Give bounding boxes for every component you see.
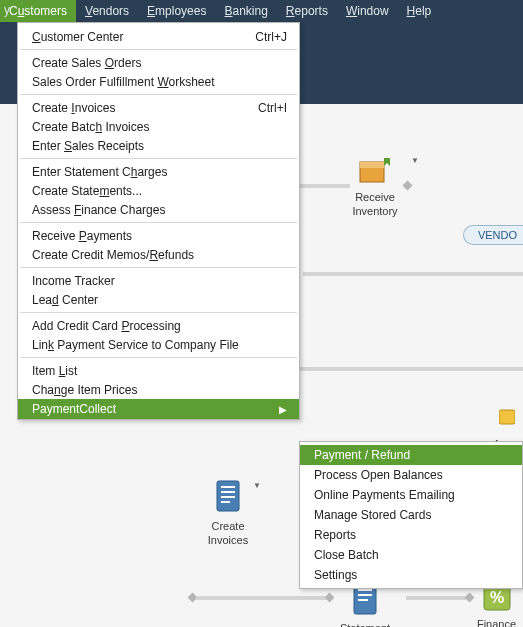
menu-item[interactable]: Create Credit Memos/Refunds <box>18 245 299 264</box>
menu-item[interactable]: PaymentCollect▶ <box>18 399 299 419</box>
menubar: y Customers Vendors Employees Banking Re… <box>0 0 523 22</box>
menu-separator <box>20 158 297 159</box>
menubar-leading-char: y <box>4 3 10 17</box>
submenu-item[interactable]: Online Payments Emailing <box>300 485 522 505</box>
menu-separator <box>20 312 297 313</box>
statement-label: Statement <box>330 622 400 627</box>
menu-separator <box>20 267 297 268</box>
paymentcollect-submenu: Payment / RefundProcess Open BalancesOnl… <box>299 441 523 589</box>
receive-inventory-button[interactable]: Receive Inventory ▼ <box>335 154 415 219</box>
svg-rect-2 <box>499 410 515 424</box>
menu-item[interactable]: Customer CenterCtrl+J <box>18 27 299 46</box>
shortcut-label: Ctrl+I <box>258 101 287 115</box>
menu-item[interactable]: Change Item Prices <box>18 380 299 399</box>
svg-rect-9 <box>358 589 372 591</box>
submenu-item[interactable]: Process Open Balances <box>300 465 522 485</box>
create-invoices-label: Create Invoices <box>193 519 263 548</box>
menu-item[interactable]: Assess Finance Charges <box>18 200 299 219</box>
menu-separator <box>20 49 297 50</box>
invoice-icon <box>213 479 243 513</box>
menu-item[interactable]: Item List <box>18 361 299 380</box>
svg-text:%: % <box>489 589 503 606</box>
submenu-item[interactable]: Manage Stored Cards <box>300 505 522 525</box>
svg-rect-6 <box>221 496 235 498</box>
menu-banking[interactable]: Banking <box>215 0 276 22</box>
menu-separator <box>20 357 297 358</box>
menu-separator <box>20 222 297 223</box>
menu-item[interactable]: Receive Payments <box>18 226 299 245</box>
flow-line <box>196 596 326 600</box>
svg-rect-7 <box>221 501 230 503</box>
shortcut-label: Ctrl+J <box>255 30 287 44</box>
svg-rect-4 <box>221 486 235 488</box>
menu-help[interactable]: Help <box>398 0 441 22</box>
flow-line <box>300 367 523 371</box>
svg-rect-11 <box>358 599 368 601</box>
menu-item[interactable]: Create Statements... <box>18 181 299 200</box>
menu-item[interactable]: Lead Center <box>18 290 299 309</box>
menu-vendors[interactable]: Vendors <box>76 0 138 22</box>
finance-label: Finance <box>470 618 523 627</box>
menu-item[interactable]: Create Batch Invoices <box>18 117 299 136</box>
customers-dropdown: Customer CenterCtrl+JCreate Sales Orders… <box>17 22 300 420</box>
menu-item[interactable]: Sales Order Fulfillment Worksheet <box>18 72 299 91</box>
create-invoices-button[interactable]: Create Invoices ▼ <box>193 479 263 548</box>
receive-inventory-label: Receive Inventory <box>335 190 415 219</box>
card-icon <box>499 404 515 432</box>
menu-item[interactable]: Link Payment Service to Company File <box>18 335 299 354</box>
menu-item[interactable]: Enter Sales Receipts <box>18 136 299 155</box>
vendors-pill[interactable]: VENDO <box>463 225 523 245</box>
menu-window[interactable]: Window <box>337 0 398 22</box>
menu-employees[interactable]: Employees <box>138 0 215 22</box>
menu-item[interactable]: Create Sales Orders <box>18 53 299 72</box>
menu-separator <box>20 94 297 95</box>
svg-rect-1 <box>360 162 384 168</box>
svg-rect-5 <box>221 491 235 493</box>
submenu-item[interactable]: Payment / Refund <box>300 445 522 465</box>
menu-customers[interactable]: Customers <box>0 0 76 22</box>
submenu-item[interactable]: Reports <box>300 525 522 545</box>
submenu-item[interactable]: Close Batch <box>300 545 522 565</box>
menu-reports[interactable]: Reports <box>277 0 337 22</box>
menu-item[interactable]: Income Tracker <box>18 271 299 290</box>
flow-line <box>303 272 523 276</box>
menu-item[interactable]: Create InvoicesCtrl+I <box>18 98 299 117</box>
svg-rect-10 <box>358 594 372 596</box>
menu-item[interactable]: Add Credit Card Processing <box>18 316 299 335</box>
submenu-item[interactable]: Settings <box>300 565 522 585</box>
box-icon <box>358 154 392 184</box>
flow-line <box>406 596 466 600</box>
menu-item[interactable]: Enter Statement Charges <box>18 162 299 181</box>
chevron-right-icon: ▶ <box>279 404 287 415</box>
